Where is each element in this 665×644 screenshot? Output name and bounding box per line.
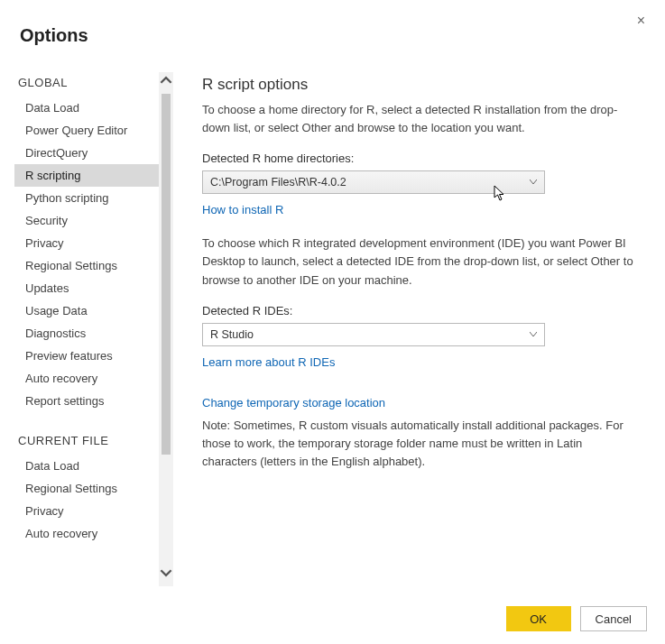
how-to-install-r-link[interactable]: How to install R [202, 203, 283, 216]
dialog-footer: OK Cancel [506, 606, 647, 631]
chevron-down-icon [530, 332, 537, 337]
sidebar-item-cf-privacy[interactable]: Privacy [14, 500, 173, 522]
change-temp-storage-link[interactable]: Change temporary storage location [202, 396, 385, 409]
home-dir-dropdown[interactable]: C:\Program Files\R\R-4.0.2 [202, 170, 545, 194]
panel-heading: R script options [202, 76, 640, 94]
ide-label: Detected R IDEs: [202, 304, 640, 317]
sidebar-item-usage-data[interactable]: Usage Data [14, 299, 173, 322]
cancel-button[interactable]: Cancel [580, 606, 647, 631]
sidebar-section-current-file: CURRENT FILE [18, 434, 173, 447]
sidebar-item-security[interactable]: Security [14, 209, 173, 232]
scrollbar-track[interactable] [159, 72, 173, 586]
ide-selected-value: R Studio [210, 328, 254, 341]
sidebar-item-updates[interactable]: Updates [14, 277, 173, 299]
scrollbar-thumb[interactable] [162, 94, 171, 455]
sidebar-item-power-query-editor[interactable]: Power Query Editor [14, 119, 173, 142]
sidebar-item-python-scripting[interactable]: Python scripting [14, 187, 173, 209]
sidebar-item-directquery[interactable]: DirectQuery [14, 142, 173, 164]
sidebar-item-cf-data-load[interactable]: Data Load [14, 455, 173, 477]
sidebar-item-report-settings[interactable]: Report settings [14, 390, 173, 412]
sidebar-item-diagnostics[interactable]: Diagnostics [14, 322, 173, 345]
ide-description: To choose which R integrated development… [202, 235, 640, 289]
main-panel: R script options To choose a home direct… [173, 67, 665, 592]
ide-dropdown[interactable]: R Studio [202, 323, 545, 346]
sidebar-scroll-area: GLOBAL Data LoadPower Query EditorDirect… [14, 67, 173, 592]
close-button[interactable]: × [633, 9, 649, 32]
sidebar-section-global: GLOBAL [18, 76, 173, 89]
sidebar-item-preview-features[interactable]: Preview features [14, 345, 173, 367]
ok-button[interactable]: OK [506, 606, 571, 631]
sidebar-item-regional-settings[interactable]: Regional Settings [14, 254, 173, 277]
learn-more-ides-link[interactable]: Learn more about R IDEs [202, 355, 335, 369]
close-icon: × [637, 13, 645, 28]
sidebar-item-r-scripting[interactable]: R scripting [14, 164, 173, 187]
chevron-down-icon [530, 179, 537, 185]
sidebar-item-data-load[interactable]: Data Load [14, 97, 173, 119]
sidebar: GLOBAL Data LoadPower Query EditorDirect… [0, 67, 173, 592]
temp-storage-note: Note: Sometimes, R custom visuals automa… [202, 417, 640, 471]
sidebar-item-auto-recovery[interactable]: Auto recovery [14, 367, 173, 390]
sidebar-item-cf-regional-settings[interactable]: Regional Settings [14, 477, 173, 500]
dialog-body: GLOBAL Data LoadPower Query EditorDirect… [0, 67, 665, 592]
scroll-down-button[interactable] [159, 566, 173, 584]
scroll-up-button[interactable] [159, 74, 173, 92]
dialog-title: Options [0, 0, 665, 46]
sidebar-item-cf-auto-recovery[interactable]: Auto recovery [14, 522, 173, 545]
home-dir-selected-value: C:\Program Files\R\R-4.0.2 [210, 176, 346, 189]
sidebar-item-privacy[interactable]: Privacy [14, 232, 173, 254]
home-dir-description: To choose a home directory for R, select… [202, 101, 640, 137]
home-dir-label: Detected R home directories: [202, 152, 640, 165]
